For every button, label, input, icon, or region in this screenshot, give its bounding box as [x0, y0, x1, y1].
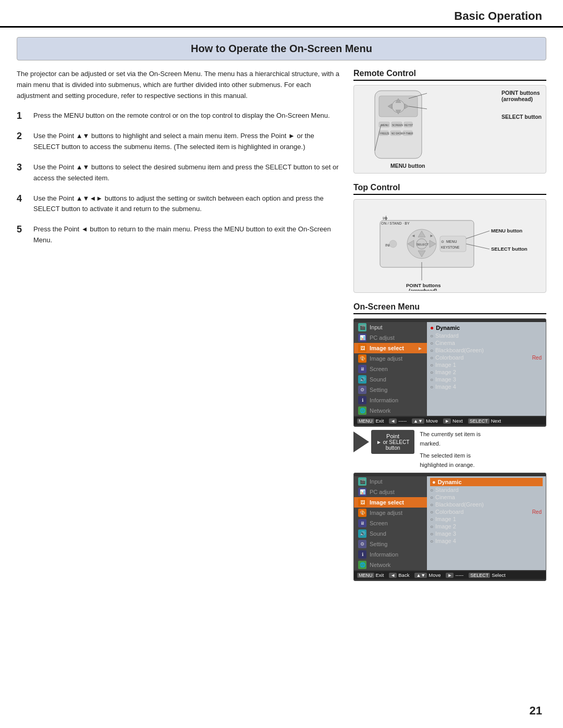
menu-row-screen: 🖥 Screen: [354, 364, 427, 374]
svg-text:⊙: ⊙: [441, 240, 444, 243]
step-num-3: 3: [17, 162, 28, 173]
footer-move-label: Move: [426, 418, 438, 424]
submenu-colorboard: ○ Colorboard Red: [430, 354, 543, 361]
svg-rect-34: [440, 236, 466, 252]
sound2-icon: 🔊: [358, 529, 366, 538]
dot-dynamic: ●: [430, 324, 434, 331]
submenu-image4: ○ Image 4: [430, 383, 543, 390]
dot2-dynamic: ●: [432, 479, 436, 485]
step-4: 4 Use the Point ▲▼◄► buttons to adjust t…: [17, 193, 341, 215]
callout-text2: marked.: [420, 439, 481, 449]
menu-button-label: MENU button: [390, 163, 425, 169]
circle-image3: ○: [430, 377, 433, 382]
footer-dash-label: -----: [398, 418, 407, 424]
page-title: Basic Operation: [21, 9, 542, 23]
svg-text:FREEZE: FREEZE: [380, 132, 389, 135]
footer-select: SELECT Next: [468, 418, 501, 424]
submenu-dynamic: ● Dynamic: [430, 324, 543, 332]
footer-key-menu: MENU: [357, 418, 374, 424]
footer2-key-select: SELECT: [469, 573, 490, 578]
footer-key-right: ►: [443, 418, 451, 424]
imageadjust2-label: Image adjust: [370, 510, 423, 516]
input2-label: Input: [370, 478, 423, 485]
step-text-1: Press the MENU button on the remote cont…: [33, 110, 330, 121]
remote-control-diagram: MENU SCREEN KEYST FREEZE NO SHOW P-TIMER…: [353, 85, 546, 174]
submenu2-cinema: ○ Cinema: [430, 493, 543, 501]
circle-image2: ○: [430, 369, 433, 375]
menu-row-input: 🎬 Input: [354, 322, 427, 332]
standard-label: Standard: [435, 332, 459, 339]
arrow-box: Point ► or SELECT button: [371, 430, 414, 454]
menu-footer-1: MENU Exit ◄ ----- ▲▼ Move ► Next: [354, 417, 546, 425]
screen2-label: Screen: [370, 520, 423, 526]
setting-icon: ⚙: [358, 386, 366, 394]
information2-icon: ℹ: [358, 550, 366, 559]
main-title: How to Operate the On-Screen Menu: [17, 43, 546, 55]
menu-row2-imageselect: 🖼 Image select: [354, 497, 427, 508]
menu-row2-imageadjust: 🎨 Image adjust: [354, 508, 427, 518]
footer-key-updown: ▲▼: [412, 418, 424, 424]
step-text-2: Use the Point ▲▼ buttons to highlight an…: [33, 131, 341, 153]
menu-row-setting: ⚙ Setting: [354, 385, 427, 395]
menu-row2-information: ℹ Information: [354, 549, 427, 560]
footer2-key-left: ◄: [389, 573, 397, 578]
pcadjust-label: PC adjust: [370, 335, 423, 341]
footer2-next: ► -----: [446, 572, 463, 578]
point-buttons-label: POINT buttons (arrowhead): [501, 90, 542, 102]
menu-row2-sound: 🔊 Sound: [354, 528, 427, 539]
footer2-select: SELECT Select: [469, 572, 505, 578]
menu-row2-network: 🌐 Network: [354, 560, 427, 570]
page-number: 21: [530, 704, 542, 718]
footer2-exit-label: Exit: [376, 572, 384, 578]
footer-select-label: Next: [491, 418, 501, 424]
screen-icon: 🖥: [358, 365, 366, 373]
image22-label: Image 2: [435, 523, 456, 529]
imageselect-icon: 🖼: [358, 344, 366, 352]
menu-row-imageadjust: 🎨 Image adjust: [354, 353, 427, 364]
remote-control-svg: MENU SCREEN KEYST FREEZE NO SHOW P-TIMER: [359, 88, 463, 169]
imageselect-label: Image select: [370, 345, 418, 351]
menu-row-sound: 🔊 Sound: [354, 374, 427, 385]
footer-key-left: ◄: [389, 418, 397, 424]
footer-exit-label: Exit: [376, 418, 384, 424]
callout-text4: highlighted in orange.: [420, 461, 481, 470]
submenu-image1: ○ Image 1: [430, 361, 543, 368]
setting2-label: Setting: [370, 541, 423, 547]
network-label: Network: [370, 408, 423, 414]
left-column: The projector can be adjusted or set via…: [17, 69, 341, 584]
footer-next-label: Next: [452, 418, 463, 424]
network2-icon: 🌐: [358, 561, 366, 569]
step-num-4: 4: [17, 193, 28, 204]
content-area: The projector can be adjusted or set via…: [0, 69, 563, 584]
menu-left-col-1: 🎬 Input 📊 PC adjust 🖼 Image select ►: [354, 322, 427, 416]
circle2-image3: ○: [430, 531, 433, 537]
menu-row2-pcadjust: 📊 PC adjust: [354, 487, 427, 497]
onscreen-menu-title: On-Screen Menu: [353, 302, 546, 314]
top-control-svg: I/ϕ ON / STAND · BY SELECT INPUT ⊙: [359, 205, 536, 291]
footer2-select-label: Select: [492, 572, 505, 578]
network2-label: Network: [370, 562, 423, 568]
page-header: Basic Operation: [0, 0, 563, 28]
steps-list: 1 Press the MENU button on the remote co…: [17, 110, 341, 245]
menu-row2-input: 🎬 Input: [354, 476, 427, 487]
submenu-cinema: ○ Cinema: [430, 339, 543, 347]
menu-row-network: 🌐 Network: [354, 405, 427, 416]
top-control-diagram: I/ϕ ON / STAND · BY SELECT INPUT ⊙: [353, 199, 546, 293]
svg-text:I/ϕ: I/ϕ: [383, 216, 387, 220]
menu-row-imageselect: 🖼 Image select ►: [354, 343, 427, 353]
step-5: 5 Press the Point ◄ button to return to …: [17, 224, 341, 246]
blackboard2-label: Blackboard(Green): [435, 501, 484, 508]
submenu-image2: ○ Image 2: [430, 368, 543, 376]
screen-label: Screen: [370, 366, 423, 372]
callout-text3: The selected item is: [420, 451, 481, 461]
footer2-move: ▲▼ Move: [414, 572, 440, 578]
image12-label: Image 1: [435, 516, 456, 522]
circle-colorboard: ○: [430, 355, 433, 361]
svg-text:MENU button: MENU button: [491, 228, 522, 233]
svg-text:◄: ◄: [411, 233, 415, 238]
svg-text:►: ►: [430, 233, 434, 238]
right-column: Remote Control: [353, 69, 546, 584]
circle-standard: ○: [430, 333, 433, 339]
remote-control-title: Remote Control: [353, 69, 546, 81]
information-label: Information: [370, 397, 423, 403]
